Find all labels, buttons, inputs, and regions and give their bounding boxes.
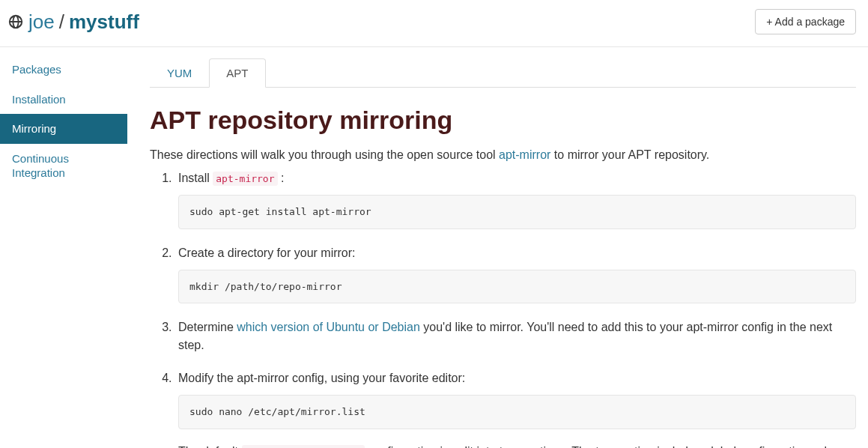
sidebar-item-packages[interactable]: Packages: [0, 55, 127, 85]
step-1-inline-code: apt-mirror: [213, 172, 277, 186]
breadcrumb: joe / mystuff: [7, 10, 139, 34]
step-3-pre: Determine: [178, 321, 237, 333]
intro-text: These directions will walk you through u…: [150, 148, 856, 162]
sidebar: Packages Installation Mirroring Continuo…: [0, 47, 127, 448]
breadcrumb-separator: /: [59, 10, 64, 34]
layout: Packages Installation Mirroring Continuo…: [0, 47, 868, 448]
step-1-block: sudo apt-get install apt-mirror: [178, 195, 856, 229]
tab-yum[interactable]: YUM: [150, 58, 209, 88]
page-title: APT repository mirroring: [150, 106, 856, 135]
intro-pre: These directions will walk you through u…: [150, 148, 499, 161]
step-2-text: Create a directory for your mirror:: [178, 246, 356, 259]
step-1-pre: Install: [178, 172, 213, 184]
sidebar-item-continuous-integration[interactable]: Continuous Integration: [0, 144, 127, 188]
step-2: Create a directory for your mirror: mkdi…: [175, 244, 856, 304]
intro-post: to mirror your APT repository.: [550, 148, 709, 161]
main-content: YUM APT APT repository mirroring These d…: [127, 47, 868, 448]
breadcrumb-owner[interactable]: joe: [28, 10, 55, 34]
step-4-code-a: /etc/apt/mirror.list: [242, 445, 365, 449]
apt-mirror-link[interactable]: apt-mirror: [499, 148, 550, 161]
tab-apt[interactable]: APT: [209, 58, 265, 88]
ubuntu-debian-link[interactable]: which version of Ubuntu or Debian: [237, 321, 420, 333]
step-4: Modify the apt-mirror config, using your…: [175, 369, 856, 448]
step-1: Install apt-mirror : sudo apt-get instal…: [175, 169, 856, 229]
step-4-para: The default /etc/apt/mirror.list configu…: [178, 443, 856, 449]
sidebar-item-installation[interactable]: Installation: [0, 85, 127, 115]
tab-bar: YUM APT: [150, 58, 856, 88]
step-1-post: :: [278, 172, 285, 184]
step-2-block: mkdir /path/to/repo-mirror: [178, 270, 856, 304]
step-4-para-a: The default: [178, 445, 242, 449]
step-4-text: Modify the apt-mirror config, using your…: [178, 372, 465, 384]
add-package-button[interactable]: + Add a package: [755, 9, 856, 34]
sidebar-item-mirroring[interactable]: Mirroring: [0, 114, 127, 144]
breadcrumb-repo[interactable]: mystuff: [69, 10, 139, 34]
page-header: joe / mystuff + Add a package: [0, 0, 868, 46]
step-3: Determine which version of Ubuntu or Deb…: [175, 318, 856, 354]
steps-list: Install apt-mirror : sudo apt-get instal…: [150, 169, 856, 448]
globe-icon: [7, 13, 24, 30]
step-4-block: sudo nano /etc/apt/mirror.list: [178, 395, 856, 429]
